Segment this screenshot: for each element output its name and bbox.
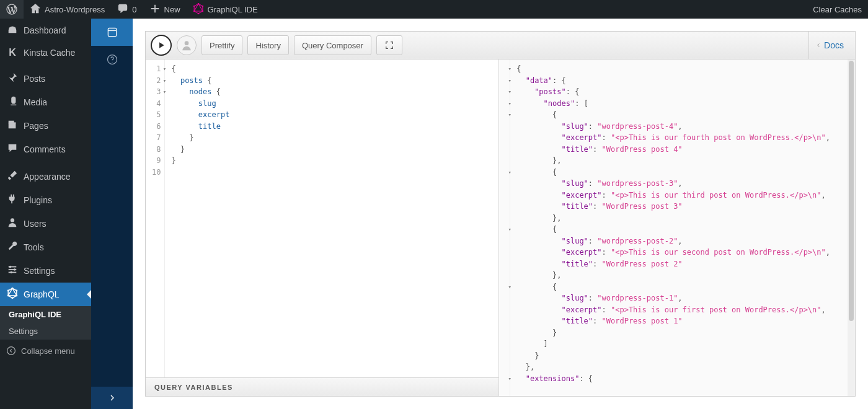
fold-marker[interactable]: ▾	[507, 98, 513, 110]
sidebar-item-settings[interactable]: Settings	[0, 259, 91, 283]
graphql-icon	[193, 3, 204, 16]
sidebar-item-tools[interactable]: Tools	[0, 235, 91, 259]
home-icon	[30, 3, 41, 16]
fullscreen-icon	[384, 40, 394, 50]
fold-marker[interactable]: ▾	[507, 167, 513, 178]
fold-marker[interactable]: ▾	[161, 63, 167, 75]
comments-count: 0	[132, 5, 136, 14]
rail-expand-button[interactable]	[91, 387, 133, 409]
graphiql-ide-link[interactable]: GraphiQL IDE	[187, 0, 264, 19]
svg-point-15	[16, 290, 17, 292]
settings-icon	[6, 264, 19, 278]
fold-marker[interactable]: ▾	[161, 86, 167, 98]
sidebar-item-label: Tools	[24, 242, 44, 252]
explorer-tab[interactable]	[91, 19, 133, 46]
graphql-icon	[6, 288, 19, 301]
fullscreen-button[interactable]	[376, 35, 402, 55]
svg-point-1	[202, 5, 203, 7]
collapse-menu-button[interactable]: Collapse menu	[0, 340, 91, 362]
sidebar-item-media[interactable]: Media	[0, 90, 91, 114]
svg-point-5	[193, 5, 195, 7]
fold-marker[interactable]: ▾	[507, 281, 513, 293]
sidebar-item-label: GraphQL	[24, 289, 60, 299]
explorer-icon	[106, 26, 118, 38]
sidebar-item-plugins[interactable]: Plugins	[0, 188, 91, 212]
fold-marker[interactable]: ▾	[507, 86, 513, 98]
comments-link[interactable]: 0	[111, 0, 143, 19]
docs-label: Docs	[824, 40, 844, 50]
query-composer-button[interactable]: Query Composer	[294, 35, 371, 55]
docs-toggle[interactable]: Docs	[808, 31, 850, 59]
new-link[interactable]: New	[143, 0, 187, 19]
svg-point-13	[10, 271, 12, 274]
svg-point-20	[7, 347, 16, 355]
result-code: { "data": { "posts": { "nodes": [ { "slu…	[510, 59, 855, 396]
plug-icon	[6, 193, 19, 207]
comment-icon	[117, 3, 128, 16]
graphiql-label: GraphiQL IDE	[208, 5, 258, 14]
history-button[interactable]: History	[247, 35, 288, 55]
fold-marker[interactable]: ▾	[507, 109, 513, 121]
graphiql-ide: Prettify History Query Composer Docs 1▾2…	[133, 19, 868, 409]
wordpress-icon	[6, 4, 17, 15]
fold-marker[interactable]: ▾	[507, 75, 513, 87]
sidebar-item-label: Comments	[24, 144, 66, 154]
clear-caches-link[interactable]: Clear Caches	[807, 0, 868, 19]
sidebar-item-graphql[interactable]: GraphQL	[0, 283, 91, 306]
chevron-right-icon	[107, 393, 117, 403]
svg-point-23	[112, 62, 112, 63]
sidebar-item-label: Plugins	[24, 195, 52, 205]
collapse-label: Collapse menu	[21, 346, 75, 356]
sidebar-item-label: Dashboard	[24, 25, 66, 35]
graphiql-toolbar: Prettify History Query Composer Docs	[145, 31, 856, 59]
svg-point-6	[12, 29, 14, 31]
site-home-link[interactable]: Astro-Wordpress	[24, 0, 111, 19]
sidebar-item-kinsta-cache[interactable]: KKinsta Cache	[0, 42, 91, 63]
new-label: New	[164, 5, 180, 14]
fold-marker[interactable]: ▾	[161, 75, 167, 87]
help-icon	[106, 53, 118, 66]
help-tab[interactable]	[91, 46, 133, 73]
play-icon	[157, 41, 166, 50]
page-icon	[6, 119, 19, 133]
pin-icon	[6, 72, 19, 86]
chevron-left-icon	[815, 42, 822, 48]
admin-sidebar: DashboardKKinsta CachePostsMediaPagesCom…	[0, 19, 91, 409]
comment-icon	[6, 143, 19, 156]
query-variables-header[interactable]: QUERY VARIABLES	[146, 377, 498, 396]
collapse-icon	[6, 346, 16, 356]
sidebar-item-appearance[interactable]: Appearance	[0, 165, 91, 188]
svg-point-16	[16, 295, 17, 297]
sidebar-item-label: Pages	[24, 121, 48, 131]
media-icon	[6, 95, 19, 109]
sidebar-item-comments[interactable]: Comments	[0, 138, 91, 161]
fold-marker[interactable]: ▾	[507, 224, 513, 235]
fold-marker[interactable]: ▾	[507, 63, 513, 75]
sidebar-item-label: Media	[24, 97, 47, 107]
avatar-icon	[180, 39, 193, 51]
sidebar-item-pages[interactable]: Pages	[0, 114, 91, 138]
sidebar-item-dashboard[interactable]: Dashboard	[0, 19, 91, 42]
prettify-button[interactable]: Prettify	[202, 35, 242, 55]
dash-icon	[6, 24, 19, 37]
sidebar-item-label: Posts	[24, 74, 45, 84]
plus-icon	[149, 3, 161, 16]
query-code[interactable]: { posts { nodes { slug excerpt title } }…	[165, 59, 498, 377]
auth-avatar-button[interactable]	[177, 35, 197, 55]
wordpress-logo[interactable]	[0, 0, 24, 19]
result-scrollbar[interactable]	[848, 59, 855, 396]
result-viewer[interactable]: ▾▾▾▾▾ ▾ ▾ ▾ ▾ { "data": { "posts": { "no…	[499, 59, 855, 396]
result-scroll-thumb[interactable]	[849, 61, 854, 321]
sidebar-item-users[interactable]: Users	[0, 212, 91, 235]
sidebar-subitem-settings[interactable]: Settings	[0, 323, 91, 340]
k-icon: K	[6, 47, 19, 58]
fold-marker[interactable]: ▾	[507, 373, 513, 385]
sidebar-subitem-graphiql-ide[interactable]: GraphiQL IDE	[0, 306, 91, 323]
admin-top-bar: Astro-Wordpress 0 New GraphiQL IDE Clear…	[0, 0, 868, 19]
query-editor[interactable]: 1▾2▾3▾45678910 { posts { nodes { slug ex…	[146, 59, 498, 377]
execute-button[interactable]	[151, 35, 172, 56]
query-pane: 1▾2▾3▾45678910 { posts { nodes { slug ex…	[146, 59, 499, 396]
svg-point-2	[202, 10, 203, 12]
sidebar-item-posts[interactable]: Posts	[0, 67, 91, 90]
svg-rect-21	[108, 28, 116, 36]
